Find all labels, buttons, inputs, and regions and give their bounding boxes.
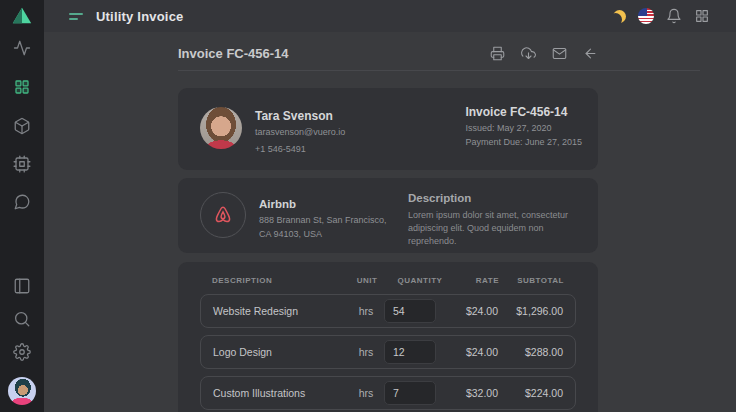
toolbar-actions [490,46,598,61]
col-header-unit: UNIT [349,276,385,285]
item-description: Website Redesign [213,305,348,317]
customer-name: Tara Svenson [255,109,345,123]
page-title: Utility Invoice [96,9,184,24]
table-row: Custom Illustrations hrs $32.00 $224.00 [200,376,576,410]
company-address: 888 Brannan St, San Francisco, CA 94103,… [259,214,387,241]
item-unit: hrs [348,387,384,399]
box-icon[interactable] [13,117,31,135]
col-header-rate: RATE [455,276,499,285]
chat-bubble-icon[interactable] [13,193,31,211]
description-body: Lorem ipsum dolor sit amet, consectetur … [408,209,588,248]
description-heading: Description [408,192,588,204]
invoice-parties-card: Tara Svenson tarasvenson@vuero.io +1 546… [178,88,598,170]
invoice-issued-date: Issued: May 27, 2020 [465,123,582,133]
quantity-input[interactable] [384,381,436,405]
item-unit: hrs [348,346,384,358]
menu-toggle-icon[interactable] [69,13,83,20]
apps-grid-icon[interactable] [694,8,710,24]
quantity-input[interactable] [384,340,436,364]
printer-icon[interactable] [490,46,505,61]
airbnb-logo-icon [200,192,246,238]
cpu-icon[interactable] [13,155,31,173]
item-description: Custom Illustrations [213,387,348,399]
search-icon[interactable] [13,310,31,328]
customer-avatar [200,107,242,149]
customer-phone: +1 546-5491 [255,144,345,154]
toolbar-divider [178,70,700,71]
customer-email: tarasvenson@vuero.io [255,127,345,137]
dashboard-grid-icon[interactable] [13,78,31,96]
table-row: Logo Design hrs $24.00 $288.00 [200,335,576,369]
app-window: Utility Invoice Invoice FC-456-14 [0,0,736,412]
customer-block: Tara Svenson tarasvenson@vuero.io +1 546… [255,107,345,154]
item-unit: hrs [348,305,384,317]
invoice-number-heading: Invoice FC-456-14 [178,46,289,61]
company-address-line1: 888 Brannan St, San Francisco, [259,215,387,225]
item-subtotal: $224.00 [498,387,563,399]
item-rate: $24.00 [454,346,498,358]
cloud-download-icon[interactable] [521,46,536,61]
invoice-toolbar: Invoice FC-456-14 [178,40,598,66]
company-name: Airbnb [259,198,387,210]
company-address-line2: CA 94103, USA [259,229,322,239]
item-subtotal: $288.00 [498,346,563,358]
table-header-row: DESCRIPTION UNIT QUANTITY RATE SUBTOTAL [200,276,576,285]
table-row: Website Redesign hrs $24.00 $1,296.00 [200,294,576,328]
item-rate: $32.00 [454,387,498,399]
navbar-actions [613,8,710,24]
item-description: Logo Design [213,346,348,358]
invoice-due-date: Payment Due: June 27, 2015 [465,137,582,147]
back-arrow-icon[interactable] [583,46,598,61]
sidebar [0,0,44,412]
mail-icon[interactable] [552,46,567,61]
gear-icon[interactable] [13,343,31,361]
top-navbar: Utility Invoice [44,0,736,32]
invoice-meta-block: Invoice FC-456-14 Issued: May 27, 2020 P… [465,105,582,147]
col-header-subtotal: SUBTOTAL [499,276,564,285]
invoice-number: Invoice FC-456-14 [465,105,582,119]
col-header-quantity: QUANTITY [385,276,455,285]
activity-icon[interactable] [13,39,31,57]
company-block: Airbnb 888 Brannan St, San Francisco, CA… [259,192,387,241]
brand-logo-icon[interactable] [11,5,33,27]
user-avatar[interactable] [8,377,36,405]
dark-mode-moon-icon[interactable] [613,10,626,23]
company-description-card: Airbnb 888 Brannan St, San Francisco, CA… [178,178,598,253]
item-subtotal: $1,296.00 [498,305,563,317]
quantity-input[interactable] [384,299,436,323]
line-items-card: DESCRIPTION UNIT QUANTITY RATE SUBTOTAL … [178,262,598,412]
item-rate: $24.00 [454,305,498,317]
col-header-description: DESCRIPTION [212,276,349,285]
panel-layout-icon[interactable] [13,277,31,295]
notifications-bell-icon[interactable] [666,8,682,24]
language-us-flag-icon[interactable] [638,8,654,24]
description-block: Description Lorem ipsum dolor sit amet, … [408,192,588,248]
